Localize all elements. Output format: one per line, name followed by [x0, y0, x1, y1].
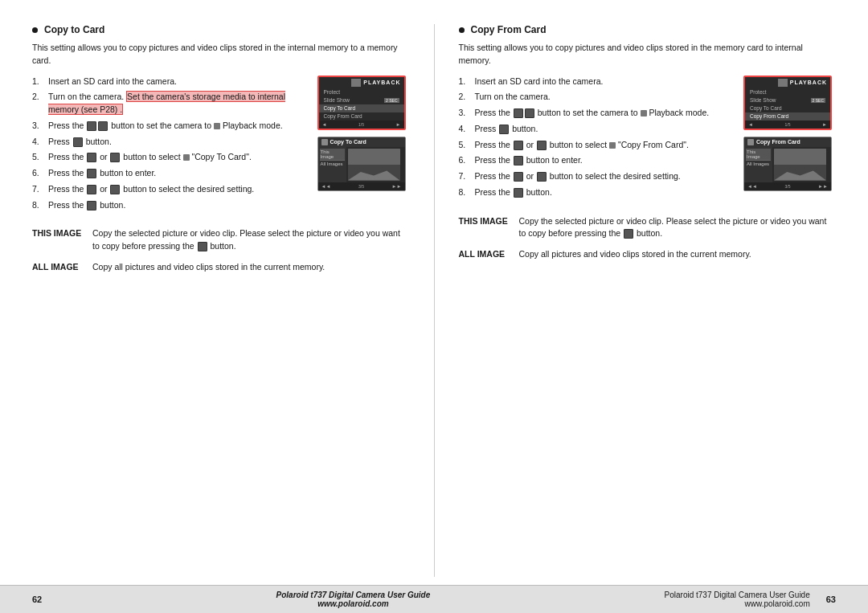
- footer-center: Polaroid t737 Digital Camera User Guide …: [276, 591, 431, 608]
- left-steps-area: 1. Insert an SD card into the camera. 2.…: [32, 76, 410, 215]
- down-icon: [110, 153, 120, 162]
- footer-page-left: 62: [32, 595, 42, 604]
- r-ok-btn: [514, 188, 523, 198]
- left-screen-2-content: This Image All Images: [318, 147, 405, 182]
- r-m-button: [499, 125, 509, 134]
- up2-icon: [87, 185, 96, 194]
- r-button-icon: [514, 108, 523, 118]
- right-step-7: 7. Press the or button to select the des…: [459, 170, 735, 183]
- right-intro: This setting allows you to copy pictures…: [459, 42, 837, 67]
- right-step-6: 6. Press the button to enter.: [459, 154, 735, 167]
- left-screen-1-header: PLAYBACK: [319, 77, 404, 88]
- right-thumbnail: [774, 149, 826, 181]
- left-desc-all-image: ALL IMAGE Copy all pictures and video cl…: [32, 261, 410, 274]
- left-thumbnail: [348, 149, 400, 181]
- left-column: Copy to Card This setting allows you to …: [32, 24, 435, 577]
- r-menu-copy-from-card: Copy From Card: [745, 112, 830, 121]
- right-desc-this-image: THIS IMAGE Copy the selected picture or …: [459, 215, 837, 241]
- footer-page-right: 63: [826, 595, 836, 604]
- bullet-icon: [32, 27, 38, 33]
- m-button-icon: [73, 137, 83, 147]
- menu-protect: Protect: [319, 88, 404, 96]
- left-screenshots: PLAYBACK Protect Slide Show2 SEC Copy To…: [317, 76, 410, 215]
- footer-right-section: Polaroid t737 Digital Camera User Guide …: [665, 591, 836, 608]
- right-step-2: 2. Turn on the camera.: [459, 91, 735, 104]
- left-section-title: Copy to Card: [32, 24, 410, 35]
- r-button-icon2: [525, 108, 534, 118]
- left-screen-2-bar: ◄◄ 3/5 ►►: [318, 182, 405, 190]
- footer-right-line1: Polaroid t737 Digital Camera User Guide: [665, 591, 810, 599]
- menu-copy-from-card: Copy From Card: [319, 112, 404, 121]
- left-descriptions: THIS IMAGE Copy the selected picture or …: [32, 227, 410, 273]
- right-descriptions: THIS IMAGE Copy the selected picture or …: [459, 215, 837, 261]
- left-screen-1: PLAYBACK Protect Slide Show2 SEC Copy To…: [317, 76, 406, 130]
- r-dn2-btn: [537, 172, 547, 182]
- r-playback-screen-icon: [778, 79, 788, 87]
- r-up-btn: [514, 141, 523, 150]
- playback-screen-icon: [351, 79, 361, 87]
- right-steps-list: 1. Insert an SD card into the camera. 2.…: [459, 76, 735, 202]
- right-screen-1-menu: Protect Slide Show2 SEC Copy To Card Cop…: [745, 88, 830, 121]
- r-menu-slideshow: Slide Show2 SEC: [745, 96, 830, 104]
- left-screen-1-menu: Protect Slide Show2 SEC Copy To Card Cop…: [319, 88, 404, 121]
- footer-center-line1: Polaroid t737 Digital Camera User Guide: [276, 591, 431, 599]
- right-screen-1-header: PLAYBACK: [745, 77, 830, 88]
- right-screen-2: Copy From Card This Image All Images: [743, 137, 832, 191]
- step-5: 5. Press the or button to select "Copy T…: [32, 151, 308, 164]
- right-screen-2-menu: This Image All Images: [744, 147, 772, 182]
- right-column: Copy From Card This setting allows you t…: [435, 24, 837, 577]
- right-screen-2-header: Copy From Card: [744, 137, 831, 147]
- left-screen-2-header: Copy To Card: [318, 137, 405, 147]
- button-icon: [98, 121, 108, 131]
- bullet-icon-right: [459, 27, 465, 33]
- right-step-4: 4. Press button.: [459, 123, 735, 136]
- step-3: 3. Press the button to set the camera to…: [32, 120, 308, 133]
- step-4: 4. Press button.: [32, 136, 308, 149]
- right-section-title: Copy From Card: [459, 24, 837, 35]
- step-1: 1. Insert an SD card into the camera.: [32, 76, 308, 88]
- page: Copy to Card This setting allows you to …: [0, 0, 868, 613]
- footer: 62 Polaroid t737 Digital Camera User Gui…: [0, 585, 868, 613]
- right-step-1: 1. Insert an SD card into the camera.: [459, 76, 735, 88]
- left-intro: This setting allows you to copy pictures…: [32, 42, 410, 67]
- right-screen-2-bar: ◄◄ 3/5 ►►: [744, 182, 831, 190]
- left-screen-2: Copy To Card This Image All Images: [317, 137, 406, 191]
- footer-right-line2: www.polaroid.com: [665, 599, 810, 608]
- step-6: 6. Press the button to enter.: [32, 167, 308, 180]
- right-title: Copy From Card: [471, 24, 547, 35]
- ok-icon: [87, 201, 96, 210]
- right-screen-2-content: This Image All Images: [744, 147, 831, 182]
- right-screen-1-bar: ◄ 1/5 ►: [745, 121, 830, 129]
- step-7: 7. Press the or button to select the des…: [32, 183, 308, 196]
- button-icon: [87, 121, 96, 131]
- r-copy-icon: [609, 142, 616, 149]
- left-steps-list: 1. Insert an SD card into the camera. 2.…: [32, 76, 308, 215]
- right-screen-1: PLAYBACK Protect Slide Show2 SEC Copy To…: [743, 76, 832, 130]
- footer-right-text: Polaroid t737 Digital Camera User Guide …: [665, 591, 810, 608]
- r-copy-from-card-icon: [747, 139, 754, 145]
- menu-copy-to-card: Copy To Card: [319, 104, 404, 112]
- left-screen-1-bar: ◄ 1/5 ►: [319, 121, 404, 129]
- left-title: Copy to Card: [44, 24, 104, 35]
- enter-icon: [87, 169, 96, 178]
- r-menu-copy-to-card: Copy To Card: [745, 104, 830, 112]
- r-ok-button-icon: [624, 229, 633, 239]
- r-playback-icon: [641, 110, 647, 116]
- down2-icon: [110, 185, 120, 194]
- copy-icon: [183, 154, 190, 161]
- right-step-8: 8. Press the button.: [459, 186, 735, 199]
- left-screen-2-menu: This Image All Images: [318, 147, 346, 182]
- right-step-3: 3. Press the button to set the camera to…: [459, 107, 735, 120]
- ok-button-icon: [198, 242, 207, 251]
- r-enter-btn: [514, 156, 523, 166]
- right-screenshots: PLAYBACK Protect Slide Show2 SEC Copy To…: [743, 76, 836, 202]
- footer-center-line2: www.polaroid.com: [276, 599, 431, 608]
- r-menu-protect: Protect: [745, 88, 830, 96]
- r-dn-btn: [537, 141, 547, 150]
- step-2: 2. Turn on the camera. Set the camera's …: [32, 91, 308, 116]
- menu-slideshow: Slide Show2 SEC: [319, 96, 404, 104]
- right-step-5: 5. Press the or button to select "Copy F…: [459, 139, 735, 152]
- left-desc-this-image: THIS IMAGE Copy the selected picture or …: [32, 227, 410, 253]
- right-desc-all-image: ALL IMAGE Copy all pictures and video cl…: [459, 248, 837, 261]
- content-area: Copy to Card This setting allows you to …: [0, 0, 868, 585]
